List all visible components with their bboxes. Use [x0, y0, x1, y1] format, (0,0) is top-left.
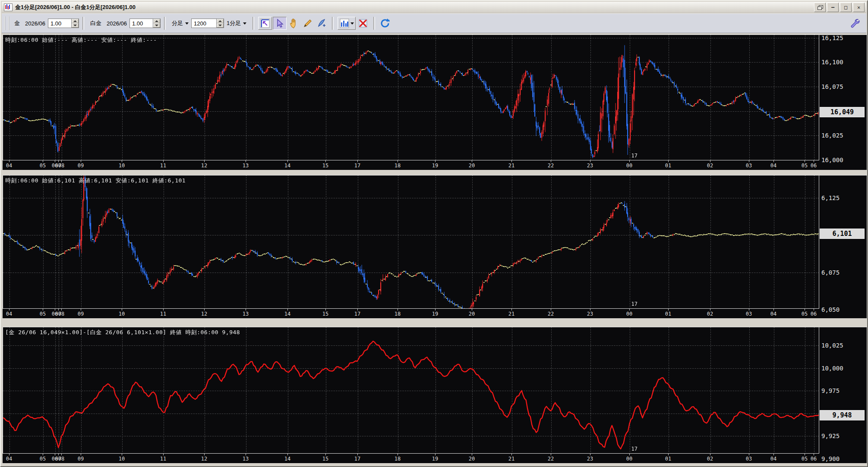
chart-style-dropdown-button[interactable] — [338, 17, 356, 30]
x-axis-tick — [749, 454, 749, 455]
x-axis-label: 22 — [548, 311, 554, 317]
x-axis-label: 10 — [119, 311, 125, 317]
x-axis-tick — [55, 454, 55, 455]
x-axis-label: 14 — [284, 311, 290, 317]
cursor-tool-button[interactable] — [273, 17, 287, 30]
gold-chart-header: 時刻:06:00 始値:--- 高値:--- 安値:--- 終値:--- — [5, 36, 157, 44]
platinum-plot-area[interactable]: 時刻:06:00 始値:6,101 高値:6,101 安値:6,101 終値:6… — [3, 175, 819, 309]
x-axis-tick — [58, 160, 59, 162]
x-axis-tick — [204, 309, 205, 310]
x-axis-label: 11 — [160, 163, 166, 169]
pen-anchor-button[interactable] — [315, 17, 328, 29]
gold-last-price-badge: 16,049 — [820, 107, 865, 117]
restore-window-icon[interactable] — [814, 3, 826, 12]
refresh-button[interactable]: R — [379, 17, 392, 29]
x-axis-tick — [710, 454, 710, 455]
spread-plot-area[interactable]: [金 26/06 16,049×1.00]-[白金 26/06 6,101×1.… — [3, 327, 819, 454]
bar-type-dropdown[interactable]: 分足 — [172, 19, 189, 27]
x-axis-label: 13 — [243, 311, 249, 317]
window-bottom-frame — [3, 463, 867, 467]
bar-count-input[interactable]: 1200 — [191, 19, 216, 28]
x-axis-tick — [435, 454, 436, 455]
platinum-month-label: 2026/06 — [107, 20, 127, 27]
x-axis-label: 20 — [469, 163, 475, 169]
wrench-settings-button[interactable] — [849, 17, 860, 30]
y-axis-label: 16,100 — [821, 59, 843, 66]
x-axis-tick — [246, 454, 246, 455]
x-axis-label: 05 — [40, 456, 46, 462]
x-axis-label: 12 — [201, 163, 207, 169]
x-axis-label: 23 — [587, 456, 593, 462]
separator — [82, 17, 84, 30]
y-axis-label: 6,050 — [821, 306, 840, 313]
x-axis-tick — [435, 160, 436, 162]
x-axis-label: 04 — [6, 456, 12, 462]
x-axis-tick — [43, 309, 43, 310]
x-axis-label: 08 — [58, 456, 64, 462]
gold-plot-area[interactable]: 時刻:06:00 始値:--- 高値:--- 安値:--- 終値:--- 17 — [3, 34, 819, 160]
x-axis-label: 21 — [508, 163, 514, 169]
axis-scale-icon — [260, 18, 270, 28]
x-axis-label: 01 — [665, 163, 671, 169]
x-axis-label: 19 — [432, 163, 438, 169]
delete-chart-icon — [358, 18, 368, 28]
platinum-chart-panel: 時刻:06:00 始値:6,101 高値:6,101 安値:6,101 終値:6… — [3, 175, 867, 318]
x-axis-tick — [325, 454, 326, 455]
axis-scale-button[interactable] — [258, 17, 272, 30]
x-axis-tick — [163, 160, 164, 162]
gold-candlestick-canvas[interactable] — [3, 35, 819, 160]
date-marker: 17 — [631, 446, 638, 452]
spread-last-price-badge: 9,948 — [820, 410, 865, 420]
minimize-icon[interactable]: – — [827, 3, 839, 12]
gold-y-axis: 16,049 16,12516,10016,07516,05016,02516,… — [819, 34, 867, 170]
stepper-up-button[interactable] — [217, 19, 224, 23]
hand-pan-icon — [289, 18, 299, 28]
x-axis-tick — [357, 160, 358, 162]
x-axis-label: 09 — [78, 163, 84, 169]
date-marker: 17 — [631, 153, 638, 159]
x-axis-label: 08 — [58, 163, 64, 169]
x-axis-tick — [773, 454, 774, 455]
toolbar: 金 2026/06 1.00 白金 2026/06 1.00 分足 1200 1… — [2, 13, 866, 33]
x-axis-tick — [357, 454, 358, 455]
spread-line-canvas[interactable] — [3, 327, 819, 453]
stepper-down-button[interactable] — [153, 23, 160, 28]
platinum-candlestick-canvas[interactable] — [3, 176, 819, 308]
x-axis-tick — [163, 454, 164, 455]
x-axis-label: 13 — [243, 163, 249, 169]
x-axis-tick — [204, 160, 205, 162]
maximize-icon[interactable]: □ — [840, 3, 852, 12]
hand-pan-button[interactable] — [287, 17, 300, 29]
x-axis-label: 02 — [707, 163, 713, 169]
x-axis-tick — [357, 309, 358, 310]
toolbar-grip[interactable] — [4, 16, 9, 30]
stepper-down-button[interactable] — [217, 23, 224, 28]
y-axis-label: 16,125 — [821, 34, 843, 41]
stepper-up-button[interactable] — [72, 19, 79, 23]
platinum-multiplier-input[interactable]: 1.00 — [129, 19, 153, 28]
close-icon[interactable]: ✕ — [853, 3, 865, 12]
bar-count-stepper — [216, 19, 224, 28]
gold-chart-panel: 時刻:06:00 始値:--- 高値:--- 安値:--- 終値:--- 17 … — [3, 34, 867, 170]
x-axis-tick — [551, 454, 551, 455]
x-axis-tick — [814, 309, 814, 310]
x-axis-tick — [749, 160, 749, 162]
interval-dropdown[interactable]: 1分足 — [227, 19, 246, 27]
stepper-up-button[interactable] — [153, 19, 160, 23]
stepper-down-button[interactable] — [72, 23, 79, 28]
date-marker: 17 — [631, 301, 638, 307]
panel-splitter[interactable] — [3, 170, 867, 175]
x-axis-tick — [472, 454, 472, 455]
gold-multiplier-input[interactable]: 1.00 — [48, 19, 71, 28]
x-axis-tick — [9, 454, 9, 455]
pencil-draw-button[interactable] — [301, 17, 314, 29]
title-bar[interactable]: 金1分足[2026/06]1.00 - 白金1分足[2026/06]1.00 –… — [2, 2, 866, 13]
delete-chart-button[interactable] — [357, 17, 369, 29]
x-axis-label: 20 — [469, 456, 475, 462]
x-axis-tick — [511, 160, 512, 162]
x-axis-label: 05 — [802, 456, 808, 462]
y-axis-label: 9,900 — [821, 455, 840, 462]
x-axis-tick — [710, 160, 710, 162]
x-axis-label: 21 — [508, 456, 514, 462]
panel-splitter[interactable] — [3, 318, 867, 327]
